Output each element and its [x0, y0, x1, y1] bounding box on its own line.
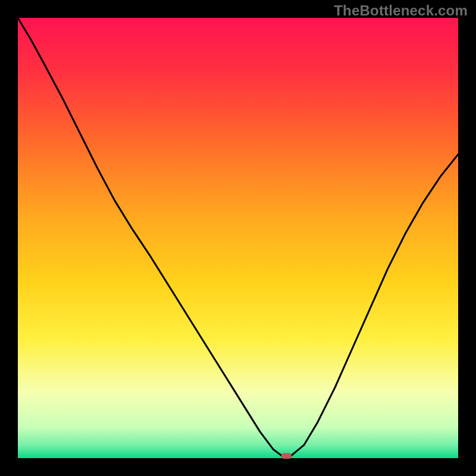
watermark: TheBottleneck.com [334, 2, 468, 19]
plot-background [18, 18, 458, 458]
chart-container: TheBottleneck.com [0, 0, 476, 476]
optimal-marker [281, 453, 292, 459]
bottleneck-chart [0, 0, 476, 476]
